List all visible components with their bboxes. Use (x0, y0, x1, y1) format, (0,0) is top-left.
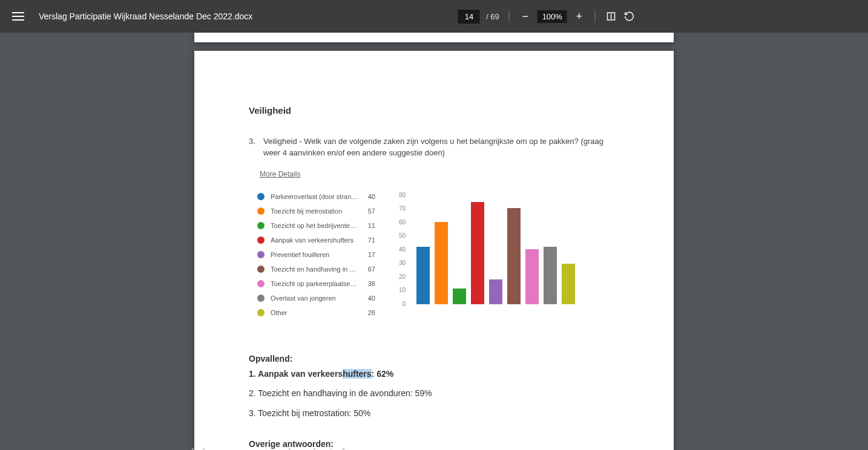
page-number-input[interactable] (458, 10, 480, 24)
previous-page-fragment (194, 33, 674, 42)
legend-label: Toezicht en handhaving in de av... (271, 266, 358, 273)
legend-value: 40 (364, 193, 375, 200)
legend-label: Aanpak van verkeershufters (271, 236, 358, 244)
legend-label: Preventief fouilleren (271, 251, 358, 258)
legend-value: 57 (364, 207, 375, 215)
overige-heading: Overige antwoorden: (249, 439, 619, 449)
rotate-icon[interactable] (623, 10, 636, 22)
legend-label: Toezicht op parkeerplaatsen in ... (271, 280, 358, 287)
document-title: Verslag Participatie Wijkraad Nesselande… (39, 11, 252, 21)
legend-value: 40 (364, 295, 375, 302)
legend-swatch (257, 266, 265, 273)
bar-chart: 80706050403020100 (393, 189, 581, 304)
bar (435, 222, 448, 304)
y-tick: 40 (393, 247, 409, 253)
toolbar-controls: / 69 − 100% + (458, 10, 636, 24)
legend-label: Parkeeroverlast (door strandbez... (271, 193, 358, 200)
document-viewer[interactable]: Veiligheid 3. Veiligheid - Welk van de v… (0, 33, 868, 450)
legend-swatch (257, 222, 265, 229)
opvallend-heading: Opvallend: (249, 354, 619, 364)
y-tick: 60 (393, 220, 409, 226)
legend-value: 28 (364, 309, 375, 316)
legend-item: Aanpak van verkeershufters71 (257, 233, 375, 247)
legend-value: 67 (364, 266, 375, 273)
divider (595, 10, 596, 22)
bar (416, 247, 430, 304)
list-item-text: 1. Aanpak van verkeers (249, 369, 343, 379)
legend-item: Preventief fouilleren17 (257, 247, 375, 262)
list-item: 3. Toezicht bij metrostation: 50% (249, 405, 619, 422)
bar (544, 247, 557, 304)
legend-item: Toezicht op het bedrijventerrein11 (257, 218, 375, 233)
zoom-out-button[interactable]: − (519, 10, 531, 22)
legend-value: 11 (364, 222, 375, 229)
zoom-in-button[interactable]: + (573, 10, 585, 22)
y-tick: 30 (393, 260, 409, 266)
legend-label: Other (271, 309, 358, 316)
y-tick: 20 (393, 274, 409, 280)
legend-item: Parkeeroverlast (door strandbez...40 (257, 189, 375, 204)
bar (562, 264, 575, 304)
legend-swatch (257, 207, 265, 215)
pdf-toolbar: Verslag Participatie Wijkraad Nesselande… (0, 0, 868, 33)
fit-page-icon[interactable] (605, 10, 617, 22)
list-item: 2. Toezicht en handhaving in de avondure… (249, 385, 619, 402)
chart-bars (410, 189, 581, 304)
y-tick: 0 (393, 301, 409, 307)
legend-swatch (257, 251, 265, 258)
y-tick: 50 (393, 233, 409, 239)
chart-legend: Parkeeroverlast (door strandbez...40Toez… (257, 189, 375, 320)
legend-label: Toezicht bij metrostation (271, 207, 358, 215)
legend-item: Toezicht op parkeerplaatsen in ...38 (257, 276, 375, 291)
list-item: 1. Aanpak van verkeershufters: 62% (249, 366, 619, 382)
bar (507, 208, 521, 304)
legend-value: 17 (364, 251, 375, 258)
section-heading: Veiligheid (249, 105, 619, 116)
y-tick: 70 (393, 206, 409, 212)
document-page: Veiligheid 3. Veiligheid - Welk van de v… (194, 51, 674, 450)
legend-item: Toezicht bij metrostation57 (257, 204, 375, 218)
highlighted-text: hufters (343, 369, 371, 379)
legend-swatch (257, 193, 265, 200)
bar (471, 202, 484, 304)
legend-swatch (257, 280, 265, 287)
y-axis: 80706050403020100 (393, 189, 409, 304)
menu-icon[interactable] (12, 12, 24, 21)
legend-swatch (257, 295, 265, 302)
legend-swatch (257, 236, 265, 244)
chart-area: Parkeeroverlast (door strandbez...40Toez… (249, 189, 619, 320)
legend-item: Toezicht en handhaving in de av...67 (257, 262, 375, 276)
legend-value: 38 (364, 280, 375, 287)
legend-item: Other28 (257, 305, 375, 320)
bar (525, 249, 539, 304)
y-tick: 10 (393, 287, 409, 293)
survey-question: 3. Veiligheid - Welk van de volgende zak… (249, 136, 619, 159)
legend-value: 71 (364, 236, 375, 244)
bar (453, 289, 466, 304)
legend-item: Overlast van jongeren40 (257, 291, 375, 305)
zoom-level: 100% (538, 10, 567, 23)
question-number: 3. (249, 136, 257, 159)
legend-label: Toezicht op het bedrijventerrein (271, 222, 358, 229)
y-tick: 80 (393, 192, 409, 198)
summary-list: 1. Aanpak van verkeershufters: 62% 2. To… (249, 366, 619, 422)
divider (509, 10, 510, 22)
page-total: / 69 (486, 12, 499, 21)
legend-label: Overlast van jongeren (271, 295, 358, 302)
question-text: Veiligheid - Welk van de volgende zaken … (263, 136, 619, 159)
list-item-text: : 62% (372, 369, 394, 379)
bar (489, 279, 502, 304)
more-details-link[interactable]: More Details (260, 170, 300, 178)
legend-swatch (257, 309, 265, 316)
